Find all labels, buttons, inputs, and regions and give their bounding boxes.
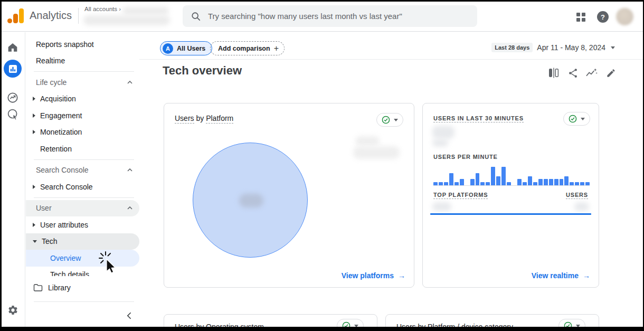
sidebar-item-realtime[interactable]: Realtime — [26, 53, 139, 70]
users-per-minute-bar — [544, 179, 548, 185]
tech-label: Tech — [42, 237, 58, 245]
users-per-minute-bar — [433, 182, 438, 185]
reports-icon-active[interactable] — [4, 60, 22, 78]
users-per-minute-bar — [496, 176, 500, 185]
logo-bar-tall — [19, 8, 24, 23]
google-analytics-logo[interactable] — [7, 8, 25, 24]
diagnostics-grid-icon[interactable] — [576, 13, 585, 22]
users-per-minute-bar — [564, 176, 569, 185]
users-column-header: USERS — [566, 192, 588, 198]
library-label: Library — [48, 283, 71, 292]
sidebar-section-user[interactable]: User — [26, 200, 139, 217]
users-per-minute-bar — [560, 179, 564, 185]
users-per-minute-bar — [585, 182, 590, 185]
expand-arrow-icon — [33, 97, 35, 101]
sidebar-item-retention[interactable]: Retention — [26, 140, 139, 157]
users-per-minute-bar — [507, 182, 511, 185]
reports-snapshot-label: Reports snapshot — [36, 40, 94, 49]
users-per-minute-bar — [501, 167, 506, 185]
home-icon[interactable] — [0, 42, 25, 52]
comparison-toggle-icon[interactable] — [548, 67, 560, 79]
date-range-picker[interactable]: Last 28 days Apr 11 - May 8, 2024 — [491, 43, 615, 52]
sidebar-item-tech[interactable]: Tech — [26, 233, 139, 250]
sidebar-item-acquisition[interactable]: Acquisition — [26, 91, 139, 108]
tech-details-label: Tech details — [50, 270, 89, 276]
sidebar-item-library[interactable]: Library — [26, 280, 139, 297]
redacted-platform-name — [432, 202, 451, 211]
add-comparison-label: Add comparison — [218, 45, 270, 52]
sidebar-item-reports-snapshot[interactable]: Reports snapshot — [26, 36, 139, 53]
redacted-platform-users — [574, 202, 589, 211]
header-divider — [139, 59, 643, 60]
users-per-minute-bar — [476, 173, 480, 185]
chevron-down-icon — [394, 119, 398, 121]
add-comparison-button[interactable]: Add comparison + — [210, 41, 285, 55]
top-platforms-label[interactable]: TOP PLATFORMS — [433, 192, 488, 199]
data-quality-pill[interactable] — [563, 112, 590, 126]
view-platforms-label: View platforms — [342, 271, 394, 280]
folder-icon — [33, 283, 43, 292]
top-platforms-header: TOP PLATFORMS — [433, 192, 488, 198]
chevron-down-icon — [611, 46, 615, 49]
user-header-label: User — [36, 204, 52, 212]
top-bar: Analytics All accounts › ? — [0, 0, 644, 32]
arrow-right-icon: → — [398, 271, 405, 280]
redacted-legend-swatch — [355, 136, 380, 146]
sidebar-item-tech-overview[interactable]: Overview — [26, 250, 139, 267]
search-bar[interactable] — [183, 5, 477, 27]
breadcrumb[interactable]: All accounts › — [84, 6, 121, 12]
sidebar-item-monetization[interactable]: Monetization — [26, 124, 139, 141]
search-input[interactable] — [208, 12, 469, 21]
sidebar-divider — [34, 71, 134, 72]
card-title: Users by Platform — [175, 114, 233, 122]
logo-dot — [7, 18, 12, 23]
chevron-up-icon — [127, 206, 132, 210]
users-per-minute-bar — [580, 182, 584, 185]
redacted-user-count-sub — [432, 139, 448, 147]
sidebar-item-tech-details-clipped: Tech details — [26, 269, 139, 276]
avatar[interactable] — [616, 8, 633, 25]
settings-gear-icon[interactable] — [0, 305, 25, 316]
users-per-minute-bar — [480, 182, 485, 185]
redacted-property-name — [83, 15, 170, 25]
expand-arrow-icon — [33, 130, 35, 134]
sidebar-section-life-cycle[interactable]: Life cycle — [26, 74, 139, 91]
redacted-user-count — [432, 126, 454, 139]
edit-pencil-icon[interactable] — [605, 67, 617, 79]
realtime-card: USERS IN LAST 30 MINUTES USERS PER MINUT… — [422, 103, 599, 288]
users-per-minute-bar — [470, 179, 475, 185]
help-icon[interactable]: ? — [597, 11, 609, 23]
explore-icon[interactable] — [0, 92, 25, 103]
users-dimension-dropdown[interactable]: Users — [175, 114, 194, 124]
users-per-minute-bar — [460, 179, 464, 185]
expand-arrow-icon — [33, 185, 35, 189]
platform-dimension-dropdown[interactable]: Platform — [206, 114, 233, 124]
insights-icon[interactable] — [586, 67, 598, 79]
view-realtime-link[interactable]: View realtime → — [532, 271, 590, 280]
realtime-card-title: USERS IN LAST 30 MINUTES — [433, 115, 524, 121]
user-attributes-label: User attributes — [40, 221, 88, 229]
sidebar-item-engagement[interactable]: Engagement — [26, 107, 139, 124]
platform-share-bar — [430, 213, 591, 215]
sidebar-item-user-attributes[interactable]: User attributes — [26, 216, 139, 233]
expand-arrow-icon — [33, 114, 35, 118]
all-users-chip[interactable]: A All Users — [160, 41, 212, 55]
users-30min-dropdown[interactable]: USERS IN LAST 30 MINUTES — [433, 115, 524, 122]
users-column-label[interactable]: USERS — [566, 192, 588, 199]
sidebar-section-search-console[interactable]: Search Console — [26, 162, 139, 179]
data-quality-pill[interactable] — [376, 113, 403, 127]
arrow-right-icon: → — [583, 271, 590, 280]
collapse-sidebar-icon[interactable] — [124, 310, 134, 321]
users-per-minute-bar — [454, 182, 459, 185]
users-per-minute-bar — [538, 179, 543, 185]
logo-bar-medium — [13, 14, 18, 23]
check-circle-icon — [569, 115, 577, 123]
report-nav-sidebar: Reports snapshot Realtime Life cycle Acq… — [26, 32, 139, 327]
sidebar-item-tech-details[interactable]: Tech details — [26, 269, 139, 276]
advertising-icon[interactable] — [0, 108, 25, 120]
share-icon[interactable] — [567, 67, 579, 79]
sidebar-item-search-console[interactable]: Search Console — [26, 178, 139, 195]
redacted-account-name — [122, 7, 169, 15]
view-platforms-link[interactable]: View platforms → — [342, 271, 405, 280]
engagement-label: Engagement — [40, 111, 82, 120]
